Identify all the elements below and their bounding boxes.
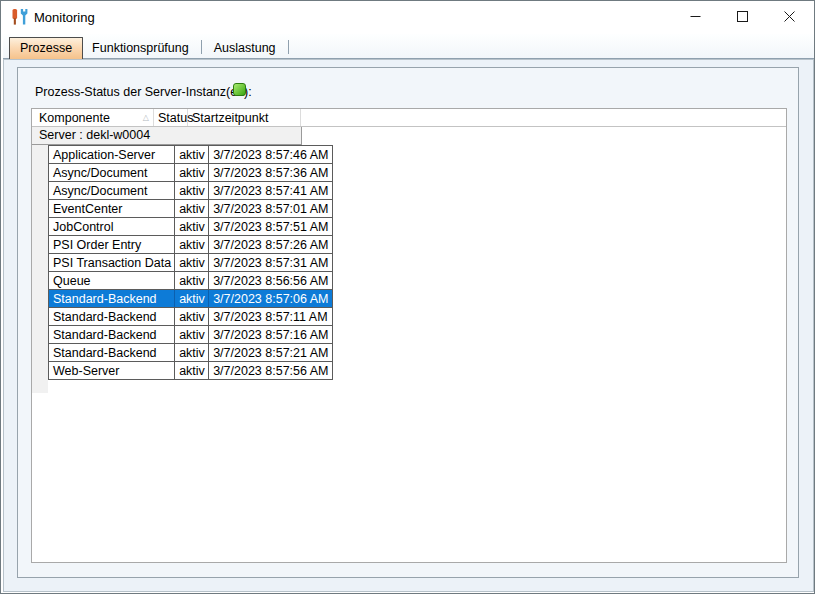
cell-komponente[interactable]: PSI Order Entry <box>49 236 175 254</box>
tools-app-icon <box>11 8 28 26</box>
cell-status[interactable]: aktiv <box>175 326 209 344</box>
cell-komponente[interactable]: Standard-Backend <box>49 344 175 362</box>
cell-komponente[interactable]: Standard-Backend <box>49 308 175 326</box>
tab-page-prozesse: Prozess-Status der Server-Instanz(en): K… <box>3 59 814 592</box>
minimize-button[interactable] <box>672 1 719 32</box>
column-header-label: Startzeitpunkt <box>192 111 268 125</box>
cell-komponente[interactable]: Async/Document <box>49 182 175 200</box>
cell-komponente[interactable]: Async/Document <box>49 164 175 182</box>
group-indent-strip <box>32 145 48 393</box>
status-green-indicator <box>233 83 246 96</box>
monitoring-window: Monitoring Prozesse Funktionsprüfung Aus… <box>0 0 815 594</box>
maximize-icon <box>737 11 748 22</box>
column-header-startzeitpunkt[interactable]: Startzeitpunkt <box>188 109 301 126</box>
maximize-button[interactable] <box>719 1 766 32</box>
window-title: Monitoring <box>34 10 95 25</box>
cell-status[interactable]: aktiv <box>175 182 209 200</box>
cell-status[interactable]: aktiv <box>175 236 209 254</box>
cell-status[interactable]: aktiv <box>175 272 209 290</box>
cell-komponente[interactable]: Standard-Backend <box>49 326 175 344</box>
cell-status[interactable]: aktiv <box>175 362 209 380</box>
cell-komponente[interactable]: Web-Server <box>49 362 175 380</box>
cell-start[interactable]: 3/7/2023 8:57:41 AM <box>209 182 332 200</box>
server-group-row[interactable]: Server : dekl-w0004 <box>32 127 302 145</box>
cell-status[interactable]: aktiv <box>175 218 209 236</box>
cell-status[interactable]: aktiv <box>175 290 209 308</box>
tab-strip: Prozesse Funktionsprüfung Auslastung <box>3 34 814 59</box>
process-rows-table: Application-Serveraktiv3/7/2023 8:57:46 … <box>48 145 333 380</box>
table-row[interactable]: Standard-Backendaktiv3/7/2023 8:57:06 AM <box>49 290 333 308</box>
cell-start[interactable]: 3/7/2023 8:57:46 AM <box>209 146 332 164</box>
table-row[interactable]: Async/Documentaktiv3/7/2023 8:57:41 AM <box>49 182 333 200</box>
cell-start[interactable]: 3/7/2023 8:57:11 AM <box>209 308 332 326</box>
cell-komponente[interactable]: JobControl <box>49 218 175 236</box>
title-bar[interactable]: Monitoring <box>1 1 814 33</box>
minimize-icon <box>690 11 701 22</box>
tab-funktionspruefung[interactable]: Funktionsprüfung <box>83 39 198 58</box>
close-icon <box>784 11 795 22</box>
cell-start[interactable]: 3/7/2023 8:57:21 AM <box>209 344 332 362</box>
column-header-status[interactable]: Status <box>154 109 188 126</box>
table-row[interactable]: PSI Order Entryaktiv3/7/2023 8:57:26 AM <box>49 236 333 254</box>
cell-start[interactable]: 3/7/2023 8:57:56 AM <box>209 362 332 380</box>
cell-komponente[interactable]: PSI Transaction Data <box>49 254 175 272</box>
cell-start[interactable]: 3/7/2023 8:56:56 AM <box>209 272 332 290</box>
column-header-komponente[interactable]: Komponente △ <box>32 109 154 126</box>
table-row[interactable]: Web-Serveraktiv3/7/2023 8:57:56 AM <box>49 362 333 380</box>
cell-komponente[interactable]: Standard-Backend <box>49 290 175 308</box>
cell-start[interactable]: 3/7/2023 8:57:01 AM <box>209 200 332 218</box>
cell-komponente[interactable]: Queue <box>49 272 175 290</box>
cell-status[interactable]: aktiv <box>175 146 209 164</box>
table-row[interactable]: Standard-Backendaktiv3/7/2023 8:57:16 AM <box>49 326 333 344</box>
cell-start[interactable]: 3/7/2023 8:57:26 AM <box>209 236 332 254</box>
table-row[interactable]: Queueaktiv3/7/2023 8:56:56 AM <box>49 272 333 290</box>
cell-start[interactable]: 3/7/2023 8:57:06 AM <box>209 290 332 308</box>
cell-status[interactable]: aktiv <box>175 308 209 326</box>
cell-status[interactable]: aktiv <box>175 254 209 272</box>
table-row[interactable]: JobControlaktiv3/7/2023 8:57:51 AM <box>49 218 333 236</box>
tab-auslastung[interactable]: Auslastung <box>205 39 285 58</box>
table-row[interactable]: Application-Serveraktiv3/7/2023 8:57:46 … <box>49 146 333 164</box>
cell-komponente[interactable]: EventCenter <box>49 200 175 218</box>
table-row[interactable]: EventCenteraktiv3/7/2023 8:57:01 AM <box>49 200 333 218</box>
cell-start[interactable]: 3/7/2023 8:57:36 AM <box>209 164 332 182</box>
table-header-row: Komponente △ Status Startzeitpunkt <box>32 109 786 127</box>
tab-separator <box>288 40 289 54</box>
cell-status[interactable]: aktiv <box>175 164 209 182</box>
table-row[interactable]: Standard-Backendaktiv3/7/2023 8:57:21 AM <box>49 344 333 362</box>
cell-start[interactable]: 3/7/2023 8:57:16 AM <box>209 326 332 344</box>
cell-start[interactable]: 3/7/2023 8:57:31 AM <box>209 254 332 272</box>
tab-prozesse[interactable]: Prozesse <box>9 37 83 59</box>
column-header-label: Komponente <box>39 111 110 125</box>
tab-separator <box>201 40 202 54</box>
table-row[interactable]: Standard-Backendaktiv3/7/2023 8:57:11 AM <box>49 308 333 326</box>
process-status-label: Prozess-Status der Server-Instanz(en): <box>35 85 252 99</box>
table-row[interactable]: Async/Documentaktiv3/7/2023 8:57:36 AM <box>49 164 333 182</box>
cell-komponente[interactable]: Application-Server <box>49 146 175 164</box>
cell-start[interactable]: 3/7/2023 8:57:51 AM <box>209 218 332 236</box>
process-status-panel: Prozess-Status der Server-Instanz(en): K… <box>17 67 799 578</box>
close-button[interactable] <box>766 1 813 32</box>
sort-ascending-icon: △ <box>143 114 149 122</box>
table-row[interactable]: PSI Transaction Dataaktiv3/7/2023 8:57:3… <box>49 254 333 272</box>
cell-status[interactable]: aktiv <box>175 200 209 218</box>
process-table: Komponente △ Status Startzeitpunkt Serve… <box>31 108 787 563</box>
cell-status[interactable]: aktiv <box>175 344 209 362</box>
